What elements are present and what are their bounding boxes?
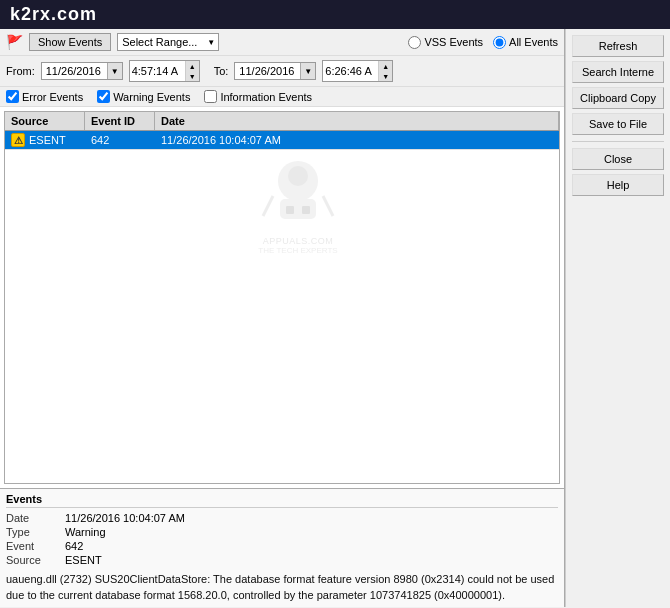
- to-time-up[interactable]: ▲: [379, 61, 392, 71]
- information-events-check-item[interactable]: Information Events: [204, 90, 312, 103]
- svg-rect-2: [280, 199, 316, 219]
- save-to-file-button[interactable]: Save to File: [572, 113, 664, 135]
- warning-icon: ⚠: [11, 133, 25, 147]
- checkbox-row: Error Events Warning Events Information …: [0, 87, 564, 107]
- from-time-down[interactable]: ▼: [186, 71, 199, 81]
- table-row[interactable]: ⚠ ESENT 642 11/26/2016 10:04:07 AM: [5, 131, 559, 150]
- from-date-value: 11/26/2016: [42, 63, 107, 79]
- row-eventid: 642: [85, 132, 155, 148]
- to-time-down[interactable]: ▼: [379, 71, 392, 81]
- error-events-checkbox[interactable]: [6, 90, 19, 103]
- vss-events-label: VSS Events: [424, 36, 483, 48]
- detail-message: uaueng.dll (2732) SUS20ClientDataStore: …: [6, 572, 558, 603]
- right-panel: Refresh Search Interne Clipboard Copy Sa…: [565, 29, 670, 607]
- select-range-wrapper: Select Range...: [117, 33, 219, 51]
- warning-events-checkbox[interactable]: [97, 90, 110, 103]
- warning-events-label: Warning Events: [113, 91, 190, 103]
- refresh-button[interactable]: Refresh: [572, 35, 664, 57]
- to-date-dropdown-btn[interactable]: ▼: [300, 63, 315, 79]
- search-internet-button[interactable]: Search Interne: [572, 61, 664, 83]
- detail-key-source: Source: [6, 554, 61, 566]
- warning-events-check-item[interactable]: Warning Events: [97, 90, 190, 103]
- header-eventid: Event ID: [85, 112, 155, 130]
- from-label: From:: [6, 65, 35, 77]
- from-time-spin[interactable]: ▲ ▼: [185, 61, 199, 81]
- from-time-input[interactable]: [130, 61, 185, 81]
- toolbar-row: 🚩 Show Events Select Range... VSS Events…: [0, 29, 564, 56]
- site-suffix: .com: [51, 4, 97, 24]
- to-time-spin[interactable]: ▲ ▼: [378, 61, 392, 81]
- detail-fields: Date 11/26/2016 10:04:07 AM Type Warning…: [6, 512, 558, 566]
- detail-field-type: Type Warning: [6, 526, 558, 538]
- information-events-label: Information Events: [220, 91, 312, 103]
- watermark-bar: k2rx.com: [0, 0, 670, 29]
- detail-key-event: Event: [6, 540, 61, 552]
- vss-events-radio[interactable]: [408, 36, 421, 49]
- header-date: Date: [155, 112, 559, 130]
- all-events-label: All Events: [509, 36, 558, 48]
- svg-rect-4: [302, 206, 310, 214]
- help-button[interactable]: Help: [572, 174, 664, 196]
- from-date-dropdown-btn[interactable]: ▼: [107, 63, 122, 79]
- all-events-radio[interactable]: [493, 36, 506, 49]
- detail-field-source: Source ESENT: [6, 554, 558, 566]
- from-time-up[interactable]: ▲: [186, 61, 199, 71]
- from-date-picker[interactable]: 11/26/2016 ▼: [41, 62, 123, 80]
- header-source: Source: [5, 112, 85, 130]
- table-body: ⚠ ESENT 642 11/26/2016 10:04:07 AM: [5, 131, 559, 483]
- to-date-picker[interactable]: 11/26/2016 ▼: [234, 62, 316, 80]
- svg-rect-3: [286, 206, 294, 214]
- svg-point-0: [278, 161, 318, 201]
- row-date: 11/26/2016 10:04:07 AM: [155, 132, 559, 148]
- information-events-checkbox[interactable]: [204, 90, 217, 103]
- site-name: k2rx: [10, 4, 51, 24]
- detail-value-type: Warning: [65, 526, 106, 538]
- svg-point-1: [288, 166, 308, 186]
- detail-field-date: Date 11/26/2016 10:04:07 AM: [6, 512, 558, 524]
- error-events-check-item[interactable]: Error Events: [6, 90, 83, 103]
- detail-value-event: 642: [65, 540, 83, 552]
- detail-panel: Events Date 11/26/2016 10:04:07 AM Type …: [0, 488, 564, 607]
- divider: [572, 141, 664, 142]
- event-type-radio-group: VSS Events All Events: [408, 36, 558, 49]
- close-button[interactable]: Close: [572, 148, 664, 170]
- event-table: Source Event ID Date ⚠ ESENT 642 11/26/2…: [4, 111, 560, 484]
- appuals-logo-svg: [258, 151, 338, 231]
- to-date-value: 11/26/2016: [235, 63, 300, 79]
- main-container: 🚩 Show Events Select Range... VSS Events…: [0, 29, 670, 607]
- clipboard-copy-button[interactable]: Clipboard Copy: [572, 87, 664, 109]
- from-time-input-wrapper[interactable]: ▲ ▼: [129, 60, 200, 82]
- table-header: Source Event ID Date: [5, 112, 559, 131]
- detail-value-source: ESENT: [65, 554, 102, 566]
- to-label: To:: [214, 65, 229, 77]
- to-time-input-wrapper[interactable]: ▲ ▼: [322, 60, 393, 82]
- select-range-dropdown[interactable]: Select Range...: [117, 33, 219, 51]
- detail-field-event: Event 642: [6, 540, 558, 552]
- vss-events-radio-item[interactable]: VSS Events: [408, 36, 483, 49]
- show-events-button[interactable]: Show Events: [29, 33, 111, 51]
- detail-key-type: Type: [6, 526, 61, 538]
- left-panel: 🚩 Show Events Select Range... VSS Events…: [0, 29, 565, 607]
- detail-key-date: Date: [6, 512, 61, 524]
- error-events-label: Error Events: [22, 91, 83, 103]
- flag-icon: 🚩: [6, 34, 23, 50]
- svg-line-5: [263, 196, 273, 216]
- to-time-input[interactable]: [323, 61, 378, 81]
- svg-line-6: [323, 196, 333, 216]
- appuals-watermark: APPUALS.COM THE TECH EXPERTS: [258, 151, 338, 255]
- detail-header: Events: [6, 493, 558, 508]
- detail-value-date: 11/26/2016 10:04:07 AM: [65, 512, 185, 524]
- from-to-row: From: 11/26/2016 ▼ ▲ ▼ To: 11/26/2016 ▼: [0, 56, 564, 87]
- all-events-radio-item[interactable]: All Events: [493, 36, 558, 49]
- row-source: ⚠ ESENT: [5, 131, 85, 149]
